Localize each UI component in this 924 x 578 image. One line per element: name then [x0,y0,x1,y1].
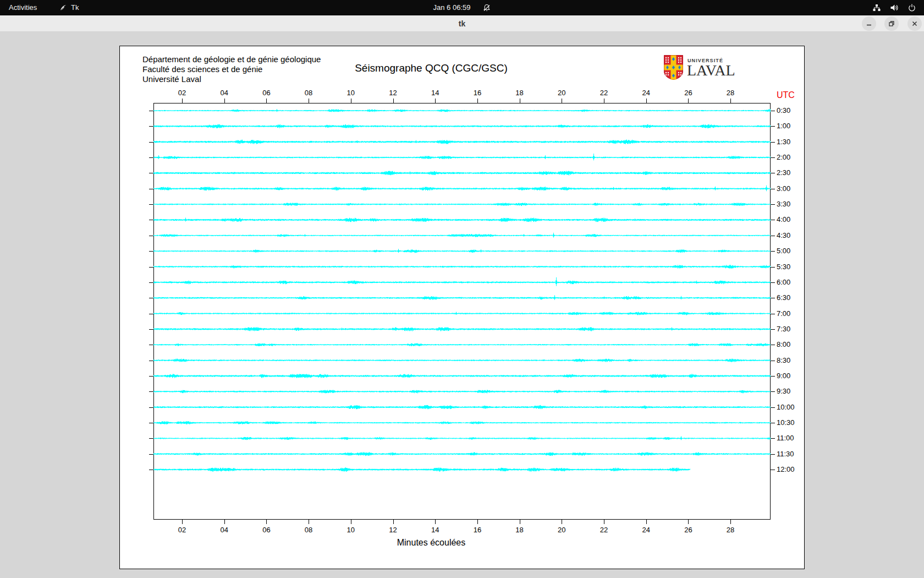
plot-title: Séismographe QCQ (CGC/GSC) [321,62,541,74]
y-tick-right [771,438,775,439]
x-tick-label-top: 22 [593,89,615,97]
restore-icon [888,20,895,27]
x-tick-label-bottom: 12 [382,526,404,534]
y-tick-right [771,345,775,345]
time-label: 1:30 [777,138,790,146]
x-tick-label-bottom: 24 [635,526,657,534]
x-tick-top [646,99,647,103]
x-tick-bottom [266,520,267,524]
time-label: 0:30 [777,107,790,114]
y-tick-right [771,376,775,377]
time-label: 11:00 [777,434,794,442]
y-tick-right [771,204,775,205]
y-tick-left [149,438,153,439]
clock-label: Jan 6 06:59 [433,0,471,15]
time-label: 4:00 [777,216,790,223]
x-tick-label-bottom: 14 [424,526,446,534]
y-tick-right [771,407,775,408]
y-tick-right [771,111,775,111]
y-tick-left [149,111,153,111]
x-tick-label-top: 20 [551,89,573,97]
universite-laval-logo: UNIVERSITÉ LAVAL [663,54,784,82]
x-tick-top [309,99,309,103]
minimize-button[interactable] [862,17,876,31]
x-tick-bottom [182,520,183,524]
y-tick-left [149,189,153,189]
y-tick-right [771,157,775,158]
time-label: 5:00 [777,247,790,255]
x-tick-label-top: 26 [677,89,699,97]
notifications-disabled-icon [482,4,491,12]
y-tick-left [149,251,153,252]
app-menu-tk[interactable]: Tk [59,0,79,15]
y-tick-right [771,470,775,470]
y-tick-right [771,423,775,423]
time-label: 5:30 [777,263,790,271]
seismogram-traces [153,103,771,520]
x-tick-label-top: 08 [298,89,320,97]
department-header: Département de géologie et de génie géol… [142,54,321,84]
y-tick-left [149,391,153,392]
x-tick-bottom [477,520,478,524]
utc-axis-label: UTC [777,90,795,100]
y-tick-left [149,407,153,408]
y-tick-right [771,361,775,361]
x-tick-label-top: 02 [171,89,193,97]
seismogram-canvas: Département de géologie et de génie géol… [119,46,805,569]
time-label: 1:00 [777,122,790,130]
x-tick-label-bottom: 28 [719,526,741,534]
y-tick-right [771,126,775,127]
x-tick-bottom [393,520,394,524]
x-tick-label-top: 12 [382,89,404,97]
logo-laval-text: LAVAL [687,62,735,79]
laval-shield-icon [663,54,684,80]
x-tick-top [266,99,267,103]
time-label: 11:30 [777,450,794,458]
time-label: 3:30 [777,200,790,208]
time-label: 6:00 [777,279,790,286]
time-label: 10:30 [777,419,795,427]
x-tick-label-top: 28 [719,89,741,97]
activities-button[interactable]: Activities [9,0,37,15]
y-tick-left [149,470,153,470]
x-tick-label-top: 14 [424,89,446,97]
y-tick-left [149,454,153,455]
clock-button[interactable]: Jan 6 06:59 [433,0,491,15]
y-tick-left [149,298,153,298]
time-label: 9:00 [777,372,790,380]
x-tick-bottom [730,520,731,524]
x-tick-label-bottom: 02 [171,526,193,534]
x-tick-top [435,99,436,103]
time-label: 2:00 [777,154,790,161]
x-tick-label-bottom: 10 [340,526,362,534]
y-tick-left [149,236,153,236]
time-label: 6:30 [777,294,790,302]
y-tick-right [771,267,775,268]
x-tick-bottom [646,520,647,524]
y-tick-right [771,251,775,252]
restore-button[interactable] [884,17,899,31]
x-tick-label-top: 18 [509,89,531,97]
x-tick-label-top: 04 [213,89,235,97]
system-status-area[interactable] [872,0,916,15]
time-label: 8:00 [777,341,790,348]
x-tick-label-bottom: 06 [255,526,277,534]
x-tick-bottom [309,520,309,524]
x-tick-label-top: 24 [635,89,657,97]
x-tick-top [477,99,478,103]
x-tick-bottom [520,520,520,524]
network-wired-icon [872,3,881,12]
y-tick-left [149,314,153,314]
x-tick-bottom [562,520,562,524]
x-tick-label-bottom: 08 [298,526,320,534]
window-title: tk [0,15,924,32]
x-tick-top [730,99,731,103]
window-titlebar[interactable]: tk [0,15,924,32]
y-tick-right [771,282,775,283]
minimize-icon [866,20,872,27]
time-label: 2:30 [777,169,790,177]
tk-window-content: Département de géologie et de génie géol… [0,32,924,578]
close-button[interactable] [908,17,922,31]
y-tick-right [771,236,775,236]
x-tick-bottom [351,520,351,524]
